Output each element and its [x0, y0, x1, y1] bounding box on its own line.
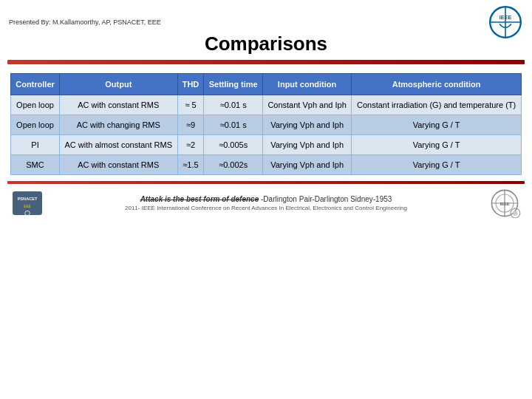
page-title: Comparisons — [205, 33, 327, 55]
cell-input: Constant Vph and Iph — [262, 95, 351, 115]
cell-controller: Open loop — [11, 115, 60, 135]
cell-settling: ≈0.01 s — [204, 115, 263, 135]
svg-text:PSNACET: PSNACET — [18, 197, 38, 201]
content-area: Controller Output THD Settling time Inpu… — [0, 69, 532, 175]
cell-thd: ≈ 5 — [177, 95, 204, 115]
cell-atmospheric: Varying G / T — [352, 155, 522, 175]
table-row: SMCAC with constant RMS≈1.5≈0.002sVaryin… — [11, 155, 522, 175]
col-input: Input condition — [262, 74, 351, 95]
table-header-row: Controller Output THD Settling time Inpu… — [11, 74, 522, 95]
page: { "header": { "presenter": "Presented By… — [0, 0, 532, 399]
footer-divider — [7, 181, 525, 184]
cell-thd: ≈9 — [177, 115, 204, 135]
col-atmospheric: Atmospheric condition — [352, 74, 522, 95]
cell-input: Varying Vph and Iph — [262, 135, 351, 155]
svg-text:IEEE: IEEE — [499, 14, 512, 21]
footer-area: PSNACET EEE Attack is the best form of d… — [0, 187, 532, 219]
table-row: Open loopAC with changing RMS≈9≈0.01 sVa… — [11, 115, 522, 135]
comparison-table: Controller Output THD Settling time Inpu… — [10, 73, 522, 175]
footer-conference: 2011- IEEE International Conference on R… — [46, 205, 486, 211]
svg-rect-4 — [13, 191, 42, 215]
cell-settling: ≈0.002s — [204, 155, 263, 175]
table-row: PIAC with almost constant RMS≈2≈0.005sVa… — [11, 135, 522, 155]
cell-settling: ≈0.01 s — [204, 95, 263, 115]
cell-input: Varying Vph and Iph — [262, 115, 351, 135]
cell-output: AC with changing RMS — [60, 115, 178, 135]
svg-point-14 — [513, 211, 517, 215]
cell-controller: SMC — [11, 155, 60, 175]
col-controller: Controller — [11, 74, 60, 95]
svg-text:EEE: EEE — [24, 205, 31, 208]
footer-quote: Attack is the best form of defence -Darl… — [46, 195, 486, 203]
cell-atmospheric: Varying G / T — [352, 135, 522, 155]
svg-text:IEEE: IEEE — [500, 202, 510, 206]
ieee-logo-top: IEEE — [488, 4, 523, 40]
title-section: Comparisons — [0, 33, 532, 55]
col-thd: THD — [177, 74, 204, 95]
top-divider — [7, 60, 525, 64]
cell-input: Varying Vph and Iph — [262, 155, 351, 175]
footer-logo-left: PSNACET EEE — [9, 188, 46, 218]
cell-atmospheric: Varying G / T — [352, 115, 522, 135]
footer-logo-right: IEEE — [486, 188, 523, 218]
footer-text-center: Attack is the best form of defence -Darl… — [46, 195, 486, 211]
cell-output: AC with constant RMS — [60, 155, 178, 175]
cell-controller: PI — [11, 135, 60, 155]
cell-atmospheric: Constant irradiation (G) and temperature… — [352, 95, 522, 115]
cell-output: AC with almost constant RMS — [60, 135, 178, 155]
presenter-text: Presented By: M.Kallamoorthy, AP, PSNACE… — [9, 18, 161, 26]
cell-controller: Open loop — [11, 95, 60, 115]
cell-settling: ≈0.005s — [204, 135, 263, 155]
cell-output: AC with constant RMS — [60, 95, 178, 115]
table-row: Open loopAC with constant RMS≈ 5≈0.01 sC… — [11, 95, 522, 115]
cell-thd: ≈2 — [177, 135, 204, 155]
col-output: Output — [60, 74, 178, 95]
cell-thd: ≈1.5 — [177, 155, 204, 175]
col-settling: Settling time — [204, 74, 263, 95]
